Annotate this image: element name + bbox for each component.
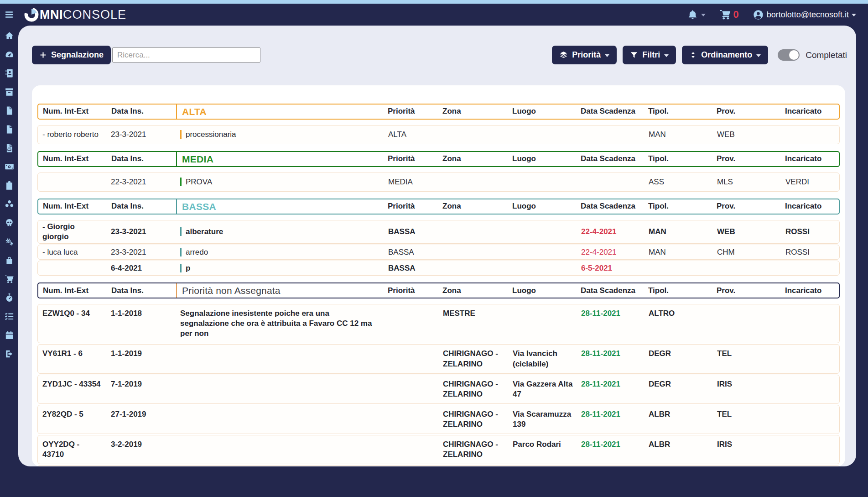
brand-o-mark-icon [24,7,39,22]
sidebar-item-calendar[interactable] [5,330,14,340]
sidebar-item-tasks[interactable] [5,312,14,321]
hamburger-menu-button[interactable] [0,10,18,20]
cell-data-scadenza [577,133,644,136]
cell-data-scadenza [577,181,644,183]
gauge-icon [5,50,14,59]
cell-tipol: MAN [644,246,712,259]
calendar-icon [5,330,14,340]
section-title: Priorità non Assegnata [176,283,383,298]
new-report-button[interactable]: Segnalazione [32,46,111,64]
table-row[interactable]: VY61R1 - 61-1-2019CHIRIGNAGO - ZELARINOV… [37,344,840,373]
app-logo[interactable]: MNI CONSOLE [24,7,126,22]
sidebar-item-pests[interactable] [5,218,14,228]
cell-data-scadenza: 28-11-2021 [577,307,644,320]
home-icon [5,31,14,41]
column-header-tipol: Tipol. [644,200,712,213]
cell-tipol: DEGR [644,378,712,391]
cell-priorita [384,438,438,441]
column-header-scadenza: Data Scadenza [576,284,644,297]
sidebar-item-documents-2[interactable] [5,125,14,134]
cell-zona [438,181,508,183]
sidebar-item-invoices[interactable] [5,143,14,153]
column-header-zona: Zona [438,200,508,213]
cell-incaricato [781,307,839,310]
cell-luogo [508,181,577,183]
table-row[interactable]: - roberto roberto23-3-2021processionaria… [37,125,840,144]
section-header-row: Num. Int-ExtData Ins.ALTAPrioritàZonaLuo… [37,104,840,120]
notifications-menu[interactable] [687,9,706,21]
filters-dropdown-button[interactable]: Filtri [623,46,676,64]
table-row[interactable]: 22-3-2021PROVAMEDIAASSMLSVERDI [37,173,840,192]
report-table-card: Num. Int-ExtData Ins.ALTAPrioritàZonaLuo… [32,85,845,466]
search-input[interactable] [112,47,260,63]
cell-description: Segnalazione inesistente poiche era una … [176,307,384,340]
cell-description [176,378,384,381]
completed-toggle-label: Completati [806,50,847,60]
sidebar-item-documents[interactable] [5,106,14,115]
file-icon [5,106,14,115]
cell-priorita [384,408,438,411]
cell-zona: CHIRIGNAGO - ZELARINO [438,438,508,461]
sidebar-item-cart[interactable] [5,274,14,284]
cell-zona [438,267,508,270]
sidebar-item-dashboard[interactable] [5,50,14,59]
cell-num [38,181,106,183]
column-header-luogo: Luogo [508,152,576,165]
table-row[interactable]: ZYD1JC - 433547-1-2019CHIRIGNAGO - ZELAR… [37,375,840,404]
cell-incaricato [781,267,839,270]
sidebar-item-payments[interactable] [5,162,14,172]
cell-prov: WEB [712,225,781,238]
cell-data-ins: 7-1-2019 [106,378,176,391]
cell-num: - luca luca [38,246,106,259]
cart-count-badge: 0 [733,9,738,21]
sidebar-item-contacts[interactable] [5,68,14,78]
sidebar-item-archive[interactable] [5,87,14,97]
sidebar-item-settings[interactable] [5,237,14,246]
column-header-tipol: Tipol. [644,152,712,165]
sidebar-item-logout[interactable] [5,349,14,359]
cell-description: p [176,262,384,275]
table-row[interactable]: - Giorgio giorgio23-3-2021alberatureBASS… [37,220,840,244]
table-row[interactable]: OYY2DQ - 437103-2-2019CHIRIGNAGO - ZELAR… [37,435,840,464]
column-header-incaricato: Incaricato [780,105,839,118]
table-row[interactable]: CY22QQ - 437113-2-2019CHIRIGNAGO - ZELAR… [37,465,840,466]
cell-prov [712,267,781,270]
table-row[interactable]: 2Y82QD - 527-1-2019CHIRIGNAGO - ZELARINO… [37,405,840,434]
sidebar-item-purchases[interactable] [5,256,14,265]
plus-icon [39,51,47,59]
column-header-luogo: Luogo [508,200,576,213]
column-header-priorita: Priorità [383,200,438,213]
table-row[interactable]: - luca luca23-3-2021arredoBASSA22-4-2021… [37,245,840,260]
section-rows: 22-3-2021PROVAMEDIAASSMLSVERDI [37,173,840,192]
completed-toggle[interactable] [778,49,800,61]
column-header-prov: Prov. [712,284,780,297]
sidebar-item-timers[interactable] [5,293,14,303]
table-row[interactable]: EZW1Q0 - 341-1-2018Segnalazione inesiste… [37,304,840,343]
cell-luogo [508,267,577,270]
sidebar-item-modules[interactable] [5,199,14,209]
brand-text-bold: MNI [40,8,63,22]
task-list-icon [5,312,14,321]
column-header-scadenza: Data Scadenza [576,152,644,165]
section-rows: EZW1Q0 - 341-1-2018Segnalazione inesiste… [37,304,840,466]
cell-data-scadenza: 28-11-2021 [577,408,644,421]
column-header-num: Num. Int-Ext [38,284,107,297]
cart-menu[interactable]: 0 [719,9,738,21]
app-header: MNI CONSOLE 0 bortolotto@tecnosoft.it [0,4,868,26]
cell-data-scadenza: 6-5-2021 [577,262,644,275]
skull-icon [5,218,14,228]
cell-zona: MESTRE [438,307,508,320]
cell-description [176,347,384,350]
section-title: ALTA [176,105,383,119]
priority-dropdown-button[interactable]: Priorità [552,46,617,64]
table-row[interactable]: 6-4-2021pBASSA6-5-2021 [37,261,840,276]
sort-dropdown-button[interactable]: Ordinamento [682,46,768,64]
user-menu[interactable]: bortolotto@tecnosoft.it [753,9,856,21]
cell-prov: TEL [712,408,781,421]
sidebar-item-reports[interactable] [5,181,14,190]
cell-priorita [384,307,438,310]
column-header-prov: Prov. [712,152,780,165]
section-rows: - roberto roberto23-3-2021processionaria… [37,125,840,144]
sidebar-item-home[interactable] [5,31,14,41]
column-header-luogo: Luogo [508,105,576,118]
